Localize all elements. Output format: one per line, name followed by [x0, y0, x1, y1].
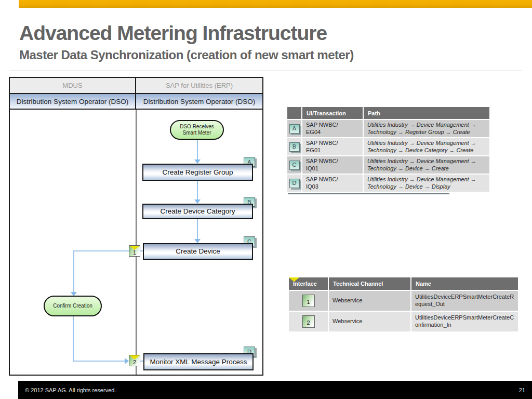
confirm-creation-event: Confirm Creation: [44, 296, 102, 316]
accent-bar: [19, 0, 532, 8]
transaction-table: UI/Transaction Path A SAP NWBC/ EG04 Uti…: [287, 107, 489, 192]
interface-marker-2: 2: [129, 355, 140, 366]
envelope-marker-icon: 2: [302, 315, 315, 328]
interface-table: Interface Technical Channel Name 1 Webse…: [289, 277, 518, 331]
table-header-name: Name: [411, 277, 518, 290]
page-number: 21: [519, 387, 525, 393]
swimlane-diagram: MDUS SAP for Utilities (ERP) Distributio…: [9, 77, 263, 376]
title-divider-rule: [10, 71, 522, 71]
flow-connector: [197, 219, 198, 239]
table-row-icon-cell: 2: [289, 312, 328, 331]
flow-connector: [73, 316, 74, 361]
lane-role-header-erp: Distribution System Operator (DSO): [136, 94, 262, 110]
flow-connector: [197, 140, 198, 160]
envelope-marker-icon: 1: [302, 295, 315, 307]
lane-role-header-mdus: Distribution System Operator (DSO): [10, 94, 136, 110]
table-row-icon-cell: B: [287, 138, 301, 155]
transaction-cell: SAP NWBC/ IQ01: [302, 156, 363, 174]
process-step-create-device-category: Create Device Category: [142, 204, 253, 219]
lane-system-header-mdus: MDUS: [10, 78, 136, 94]
slide-subtitle: Master Data Synchronization (creation of…: [19, 48, 354, 62]
screen-badge-icon: C: [289, 161, 300, 170]
path-cell: Utilities Industry → Device Management →…: [364, 156, 489, 174]
flow-connector: [73, 250, 129, 251]
process-step-monitor-xml-message: Monitor XML Message Process: [143, 353, 254, 370]
flow-connector: [140, 250, 143, 251]
flow-connector: [197, 181, 198, 200]
name-cell: UtilitiesDeviceERPSmartMeterCreateConfir…: [411, 312, 518, 331]
name-cell: UtilitiesDeviceERPSmartMeterCreateReques…: [411, 291, 518, 311]
table-header-path: Path: [364, 107, 489, 119]
table-row-icon-cell: D: [287, 175, 301, 192]
table-header-cell: [287, 107, 301, 119]
footer-bar: © 2012 SAP AG. All rights reserved. 21: [18, 381, 532, 399]
screen-badge-icon: B: [289, 142, 300, 152]
path-cell: Utilities Industry → Device Management →…: [364, 175, 489, 192]
slide: Advanced Metering Infrastructure Master …: [0, 0, 532, 399]
flow-connector: [73, 250, 74, 292]
arrow-right-icon: [125, 358, 129, 364]
interface-marker-1: 1: [129, 245, 140, 257]
transaction-cell: SAP NWBC/ EG04: [302, 120, 363, 137]
flow-connector: [73, 361, 125, 362]
table-row-icon-cell: A: [287, 120, 301, 137]
arrow-down-icon: [194, 159, 201, 164]
table-row-icon-cell: C: [287, 156, 301, 174]
screen-badge-icon: A: [289, 124, 300, 134]
table-header-channel: Technical Channel: [329, 277, 410, 290]
transaction-cell: SAP NWBC/ IQ03: [302, 175, 363, 192]
arrow-down-icon: [194, 200, 201, 204]
lane-system-header-erp: SAP for Utilities (ERP): [136, 78, 262, 94]
start-event: DSO Receives Smart Meter: [170, 120, 224, 140]
arrow-down-icon: [194, 239, 201, 243]
lane-divider: [136, 110, 137, 375]
path-cell: Utilities Industry → Device Management →…: [364, 120, 489, 137]
table-row-icon-cell: 1: [289, 291, 328, 311]
screen-badge-icon: D: [289, 179, 300, 188]
path-cell: Utilities Industry → Device Management →…: [364, 138, 489, 155]
channel-cell: Webservice: [329, 291, 410, 311]
channel-cell: Webservice: [329, 312, 410, 331]
slide-title: Advanced Metering Infrastructure: [19, 22, 327, 45]
table-header-transaction: UI/Transaction: [302, 107, 363, 119]
process-step-create-device: Create Device: [143, 243, 253, 260]
process-step-create-register-group: Create Register Group: [142, 164, 253, 181]
copyright-text: © 2012 SAP AG. All rights reserved.: [25, 387, 116, 393]
transaction-cell: SAP NWBC/ EG01: [302, 138, 363, 155]
